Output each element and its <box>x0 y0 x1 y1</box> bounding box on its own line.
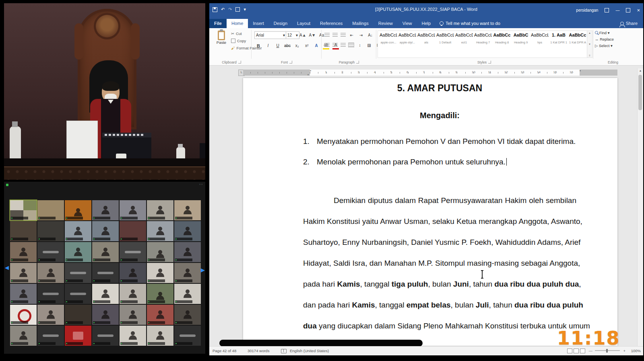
account-name[interactable]: persidangan <box>576 8 598 12</box>
align-right-icon[interactable] <box>341 43 346 47</box>
participant-tile[interactable] <box>10 305 37 325</box>
participant-tile[interactable] <box>65 284 91 304</box>
style-chip[interactable]: AaBbCcLats <box>417 33 435 57</box>
cut-button[interactable]: ✂ Cut <box>231 31 242 36</box>
line-spacing-icon[interactable]: ↕ <box>357 42 363 48</box>
horizontal-ruler[interactable]: 12345678910111213141516▾▴▾ <box>243 70 617 76</box>
participant-tile[interactable] <box>174 305 201 325</box>
close-button[interactable]: × <box>637 7 640 13</box>
clipboard-dialog-launcher[interactable] <box>238 61 241 64</box>
bullets-icon[interactable] <box>324 33 330 37</box>
underline-button[interactable]: U <box>275 43 281 49</box>
zoom-level[interactable]: 100% <box>631 349 641 353</box>
ribbon-display-options-icon[interactable] <box>605 8 609 12</box>
numbering-icon[interactable] <box>332 33 338 37</box>
tab-design[interactable]: Design <box>269 19 292 28</box>
participant-tile[interactable] <box>37 242 64 262</box>
print-layout-icon[interactable] <box>574 349 579 353</box>
participant-tile[interactable] <box>120 242 146 262</box>
decrease-indent-icon[interactable]: ⇤ <box>349 32 355 38</box>
participant-tile[interactable] <box>65 263 91 283</box>
read-mode-icon[interactable] <box>567 349 572 353</box>
zoom-slider[interactable] <box>595 350 620 351</box>
participant-tile[interactable] <box>92 221 119 241</box>
gallery-next-arrow-icon[interactable]: ▶ <box>201 267 205 273</box>
styles-gallery-scroll[interactable]: ▲▼≡ <box>587 31 592 58</box>
participant-tile[interactable] <box>120 305 146 325</box>
participant-tile[interactable] <box>174 326 201 346</box>
participant-tile[interactable] <box>37 326 64 346</box>
tell-me-box[interactable]: Tell me what you want to do <box>436 19 504 28</box>
participant-tile[interactable] <box>65 221 91 241</box>
participant-tile[interactable] <box>120 200 146 220</box>
style-chip[interactable]: AaBbCcHeading 8 <box>493 33 511 57</box>
web-layout-icon[interactable] <box>580 349 585 353</box>
participant-tile[interactable] <box>10 200 37 220</box>
participant-tile[interactable] <box>147 242 173 262</box>
indent-marker[interactable]: ▾ <box>310 70 311 72</box>
paste-button[interactable]: Paste <box>214 31 229 45</box>
indent-marker[interactable]: ▾ <box>580 70 581 72</box>
vertical-scrollbar[interactable]: ▲ <box>637 68 643 347</box>
tab-layout[interactable]: Layout <box>292 19 315 28</box>
replace-button[interactable]: ↔ Replace <box>595 37 614 41</box>
participant-tile[interactable] <box>37 263 64 283</box>
gallery-view-icon[interactable]: ▫▫ <box>199 183 203 186</box>
participant-tile[interactable] <box>174 284 201 304</box>
tab-view[interactable]: View <box>398 19 417 28</box>
participant-tile[interactable] <box>174 242 201 262</box>
tab-mailings[interactable]: Mailings <box>347 19 373 28</box>
participant-tile[interactable] <box>174 200 201 220</box>
participant-tile[interactable] <box>147 326 173 346</box>
justify-icon[interactable] <box>349 43 354 47</box>
style-chip[interactable]: AaBbCcL1 Default <box>436 33 454 57</box>
participant-tile[interactable] <box>92 200 119 220</box>
participant-tile[interactable] <box>147 221 173 241</box>
minimize-button[interactable]: — <box>615 8 619 12</box>
style-chip[interactable]: AaBbCcLapple-con... <box>380 33 397 57</box>
word-count[interactable]: 30174 words <box>248 349 269 353</box>
participant-tile[interactable] <box>120 326 146 346</box>
tab-file[interactable]: File <box>209 19 227 28</box>
participant-tile[interactable] <box>10 242 37 262</box>
shrink-font-button[interactable]: A▼ <box>309 32 316 38</box>
participant-tile[interactable] <box>92 284 119 304</box>
participant-tile[interactable] <box>147 284 173 304</box>
align-center-icon[interactable] <box>332 43 338 47</box>
participant-tile[interactable] <box>92 263 119 283</box>
participant-tile[interactable] <box>65 200 91 220</box>
align-left-icon[interactable] <box>324 43 330 47</box>
participant-tile[interactable] <box>65 305 91 325</box>
style-chip[interactable]: AaBbCcLHeading 7 <box>474 33 492 57</box>
participant-tile[interactable] <box>10 326 37 346</box>
participant-tile[interactable] <box>65 326 91 346</box>
participant-tile[interactable] <box>147 200 173 220</box>
scrollbar-thumb[interactable] <box>638 75 642 110</box>
shading-icon[interactable]: ▨ <box>366 42 372 48</box>
subscript-button[interactable]: x₂ <box>294 43 300 49</box>
participant-tile[interactable] <box>10 221 37 241</box>
paragraph-dialog-launcher[interactable] <box>356 61 359 64</box>
zoom-in-button[interactable]: + <box>623 349 625 353</box>
copy-button[interactable]: Copy <box>231 39 246 43</box>
style-chip[interactable]: AaBbCcDdect1 <box>455 33 473 57</box>
participant-tile[interactable] <box>147 263 173 283</box>
tab-insert[interactable]: Insert <box>248 19 269 28</box>
tab-home[interactable]: Home <box>227 19 248 28</box>
bold-button[interactable]: B <box>255 43 262 49</box>
participant-tile[interactable] <box>120 263 146 283</box>
style-chip[interactable]: 1. AaB1 Kat DPR 1 <box>550 33 568 57</box>
participant-tile[interactable] <box>10 263 37 283</box>
superscript-button[interactable]: x² <box>303 43 310 49</box>
restore-button[interactable] <box>626 8 630 12</box>
font-name-box[interactable]: Arial▾ <box>254 31 287 39</box>
participant-tile[interactable] <box>120 221 146 241</box>
participant-tile[interactable] <box>92 326 119 346</box>
participant-tile[interactable] <box>37 200 64 220</box>
language-indicator[interactable]: English (United States) <box>290 349 329 353</box>
participant-tile[interactable] <box>147 305 173 325</box>
sort-icon[interactable]: A↓ <box>367 32 374 38</box>
style-chip[interactable]: AaBbCcLhps <box>531 33 549 57</box>
participant-tile[interactable] <box>37 284 64 304</box>
style-chip[interactable]: AaBbCc1 Kat DPR A <box>569 33 586 57</box>
